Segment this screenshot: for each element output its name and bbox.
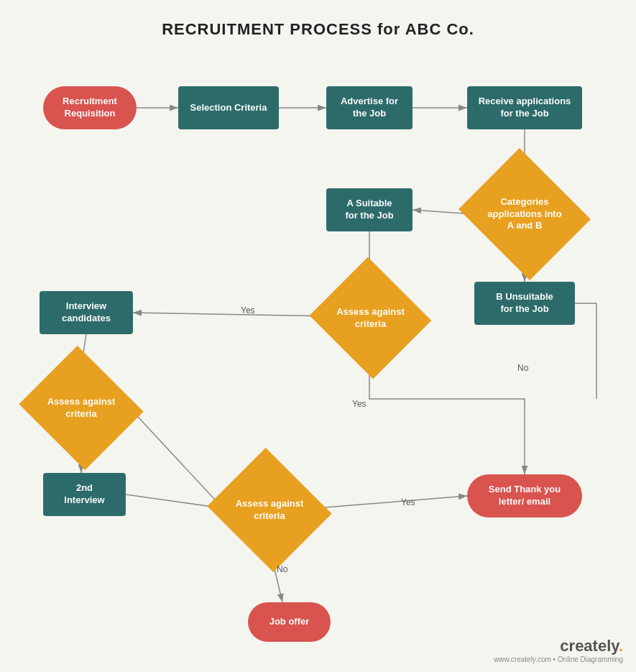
svg-line-13 [128,406,223,508]
unsuitable-job-node: B Unsuitable for the Job [474,282,575,325]
assess-criteria-2-node: Assess against criteria [19,346,143,470]
recruitment-requisition-node: Recruitment Requisition [43,86,137,129]
assess-criteria-3-node: Assess against criteria [207,448,331,572]
svg-line-8 [133,313,331,316]
selection-criteria-node: Selection Criteria [178,86,279,129]
no-label-2: No [277,564,287,574]
yes-label-2: Yes [352,399,367,409]
assess-criteria-1-node: Assess against criteria [310,257,432,379]
creately-footer: creately. www.creately.com • Online Diag… [494,637,623,663]
creately-logo: creately. [494,637,623,655]
receive-applications-node: Receive applications for the Job [467,86,582,129]
creately-dot: . [619,637,623,655]
yes-label-1: Yes [241,305,255,316]
suitable-job-node: A Suitable for the Job [326,188,413,231]
interview-candidates-node: Interview candidates [40,291,133,334]
no-label-1: No [517,363,528,373]
job-offer-node: Job offer [248,602,331,642]
second-interview-node: 2nd Interview [43,473,126,516]
page-title: RECRUITMENT PROCESS for ABC Co. [0,0,636,46]
categories-applications-node: Categories applications into A and B [458,148,591,280]
advertise-job-node: Advertise for the Job [326,86,413,129]
yes-label-3: Yes [401,497,415,507]
creately-url: www.creately.com • Online Diagramming [494,655,623,663]
send-thankyou-node: Send Thank you letter/ email [467,474,582,517]
svg-line-16 [316,496,467,508]
page: RECRUITMENT PROCESS for ABC Co. [0,0,636,672]
